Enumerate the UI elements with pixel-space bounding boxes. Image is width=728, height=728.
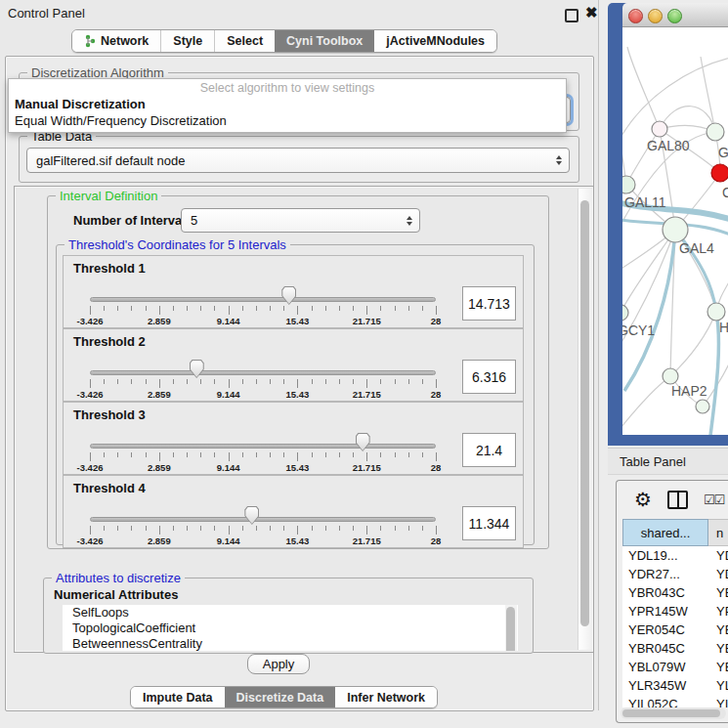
threshold-slider[interactable]: -3.4262.8599.14415.4321.71528 xyxy=(90,256,436,327)
attribute-item[interactable]: BetweennessCentrality xyxy=(63,636,518,651)
network-node-ga[interactable] xyxy=(707,123,724,141)
threshold-slider[interactable]: -3.4262.8599.14415.4321.71528 xyxy=(90,403,436,474)
tab-jactivemnodules[interactable]: jActiveMNodules xyxy=(374,30,496,52)
threshold-value-field[interactable]: 21.4 xyxy=(462,433,516,467)
slider-tick xyxy=(436,526,437,535)
slider-tick xyxy=(395,452,396,457)
slider-tick xyxy=(229,379,230,388)
tick-label: 28 xyxy=(431,535,442,546)
table-row[interactable]: YIL052CYIL0 xyxy=(622,695,728,707)
apply-button[interactable]: Apply xyxy=(247,654,310,674)
slider-thumb[interactable] xyxy=(281,286,296,305)
table-row[interactable]: YER054CYER0 xyxy=(622,621,728,639)
tick-label: 21.715 xyxy=(353,462,381,473)
slider-tick xyxy=(380,379,381,384)
network-edge[interactable] xyxy=(622,230,675,313)
network-node-gal11[interactable] xyxy=(622,176,635,193)
network-edge-highlighted[interactable] xyxy=(710,312,718,435)
minimize-traffic-light-icon[interactable] xyxy=(648,9,663,23)
slider-track[interactable] xyxy=(90,444,436,449)
gear-icon[interactable]: ⚙ xyxy=(634,490,652,509)
threshold-value-field[interactable]: 6.316 xyxy=(462,360,516,394)
tab-network[interactable]: Network xyxy=(72,30,160,52)
table-row[interactable]: YBL079WYBL0 xyxy=(622,658,728,676)
attribute-item[interactable]: TopologicalCoefficient xyxy=(63,621,518,636)
threshold-row: Threshold 1 -3.4262.8599.14415.4321.7152… xyxy=(63,255,524,328)
slider-track[interactable] xyxy=(90,297,436,302)
slider-tick xyxy=(187,379,188,384)
threshold-row: Threshold 2 -3.4262.8599.14415.4321.7152… xyxy=(63,328,524,402)
cell-shared-name: YBR045C xyxy=(622,641,708,656)
close-traffic-light-icon[interactable] xyxy=(628,9,643,23)
slider-tick xyxy=(283,306,284,311)
network-canvas[interactable]: GAL80GACGAL11GAL4GCY1HHAP2 xyxy=(622,27,728,435)
tab-discretize-data[interactable]: Discretize Data xyxy=(225,687,336,707)
tab-label: Network xyxy=(101,34,149,48)
scrollbar-thumb[interactable] xyxy=(580,200,589,626)
algorithm-placeholder: Select algorithm to view settings xyxy=(9,81,566,95)
network-node-hap2[interactable] xyxy=(663,368,678,384)
table-row[interactable]: YLR345WYLR3 xyxy=(622,676,728,695)
network-node-gal80[interactable] xyxy=(652,121,667,137)
table-row[interactable]: YPR145WYPR1 xyxy=(622,602,728,621)
close-icon[interactable]: ✖ xyxy=(585,4,598,21)
threshold-slider[interactable]: -3.4262.8599.14415.4321.71528 xyxy=(90,329,436,401)
column-header-n[interactable]: n xyxy=(708,519,728,546)
threshold-value-field[interactable]: 14.713 xyxy=(462,286,516,321)
network-window-titlebar[interactable] xyxy=(622,3,728,27)
table-row[interactable]: YDR27...YDR2 xyxy=(622,565,728,583)
slider-tick xyxy=(312,452,313,457)
slider-tick xyxy=(436,452,437,461)
slider-thumb[interactable] xyxy=(356,433,370,451)
network-node-gcy1[interactable] xyxy=(622,305,628,321)
scrollbar-thumb[interactable] xyxy=(622,709,720,717)
slider-tick xyxy=(242,306,243,311)
network-node[interactable] xyxy=(696,400,709,413)
tab-style[interactable]: Style xyxy=(160,30,214,52)
network-edge[interactable] xyxy=(670,312,716,376)
slider-track[interactable] xyxy=(90,517,436,522)
network-node-gal4[interactable] xyxy=(663,217,688,242)
attributes-scrollbar xyxy=(505,605,517,651)
checkbox-icons[interactable]: ☑☑ xyxy=(704,493,724,506)
slider-thumb[interactable] xyxy=(190,360,204,378)
column-header-shared[interactable]: shared... xyxy=(622,519,708,546)
threshold-value-field[interactable]: 11.344 xyxy=(462,506,516,540)
algorithm-option-manual[interactable]: Manual Discretization xyxy=(15,97,146,111)
slider-tick xyxy=(242,526,243,531)
network-edge-highlighted[interactable] xyxy=(624,230,675,391)
table-data-combo[interactable]: galFiltered.sif default node xyxy=(26,148,570,173)
tick-label: 15.43 xyxy=(286,316,310,326)
tab-select[interactable]: Select xyxy=(214,30,275,52)
zoom-traffic-light-icon[interactable] xyxy=(667,9,682,23)
slider-thumb[interactable] xyxy=(244,506,259,525)
threshold-slider[interactable]: -3.4262.8599.14415.4321.71528 xyxy=(90,476,436,547)
tick-label: 15.43 xyxy=(286,389,310,400)
slider-tick xyxy=(366,452,367,461)
slider-tick xyxy=(146,526,147,531)
network-node-h[interactable] xyxy=(707,303,725,321)
slider-tick xyxy=(256,379,257,384)
network-node-c[interactable] xyxy=(711,164,728,182)
slider-tick xyxy=(117,306,118,311)
network-icon xyxy=(84,34,97,48)
network-edge[interactable] xyxy=(701,57,715,132)
tab-cyni-toolbox[interactable]: Cyni Toolbox xyxy=(275,30,374,52)
cell-shared-name: YDR27... xyxy=(622,567,708,581)
tab-infer-network[interactable]: Infer Network xyxy=(335,687,437,707)
columns-icon[interactable] xyxy=(667,491,688,509)
float-window-icon[interactable] xyxy=(565,9,578,22)
table-row[interactable]: YDL19...YDL1 xyxy=(622,546,728,565)
tab-impute-data[interactable]: Impute Data xyxy=(131,687,225,707)
scrollbar-thumb[interactable] xyxy=(506,607,515,651)
attribute-item[interactable]: SelfLoops xyxy=(63,605,518,621)
table-row[interactable]: YBR043CYBR0 xyxy=(622,583,728,602)
network-edge[interactable] xyxy=(627,47,660,129)
algorithm-option-equal-width[interactable]: Equal Width/Frequency Discretization xyxy=(15,113,227,128)
slider-track[interactable] xyxy=(90,370,436,375)
thresholds-group-title: Threshold's Coordinates for 5 Intervals xyxy=(64,237,290,252)
num-intervals-combo[interactable]: 5 xyxy=(181,208,420,233)
table-row[interactable]: YBR045CYBR0 xyxy=(622,639,728,658)
table-panel-title: Table Panel xyxy=(620,454,686,469)
tick-label: 9.144 xyxy=(217,462,240,473)
